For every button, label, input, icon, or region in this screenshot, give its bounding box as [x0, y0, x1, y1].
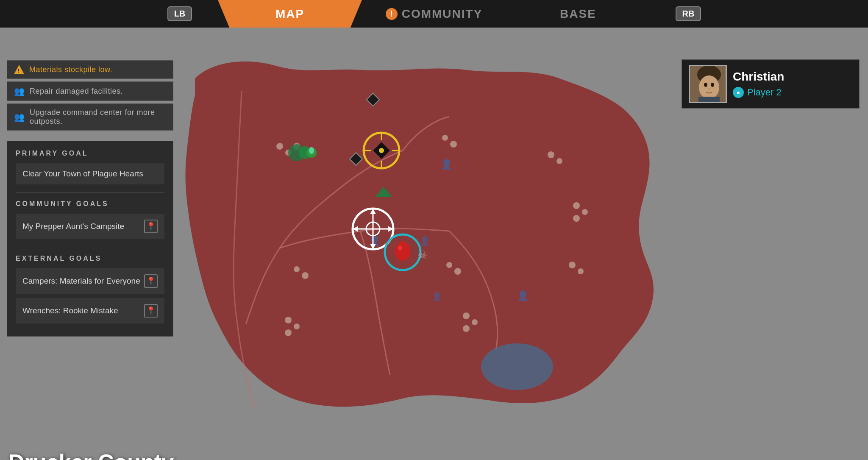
svg-text:☠: ☠ [417, 248, 427, 261]
player-name: Christian [733, 70, 784, 84]
pin-icon-2: 📍 [144, 304, 158, 318]
community-tab-label: Community [402, 7, 483, 21]
people-icon-1: 👥 [14, 86, 25, 96]
alerts-section: ! Materials stockpile low. 👥 Repair dama… [0, 55, 180, 134]
external-goal-text-1: Wrenches: Rookie Mistake [22, 306, 118, 315]
svg-point-12 [569, 262, 576, 268]
left-sidebar: ! Materials stockpile low. 👥 Repair dama… [0, 55, 180, 460]
external-goal-item-0[interactable]: Campers: Materials for Everyone 📍 [16, 268, 164, 294]
svg-point-11 [573, 215, 580, 222]
svg-point-20 [454, 268, 461, 275]
player-card: Christian ● Player 2 [682, 59, 860, 109]
primary-goal-text: Clear Your Town of Plague Hearts [22, 169, 143, 178]
player-photo [689, 65, 727, 103]
external-goal-item-1[interactable]: Wrenches: Rookie Mistake 📍 [16, 298, 164, 323]
svg-point-7 [548, 151, 554, 158]
primary-goal-section: PRIMARY GOAL Clear Your Town of Plague H… [16, 150, 164, 184]
svg-text:👤: 👤 [420, 236, 430, 246]
goals-panel: PRIMARY GOAL Clear Your Town of Plague H… [7, 141, 173, 337]
svg-point-22 [472, 319, 478, 325]
map-area: 👤 👤 👤 👤 👤 [0, 28, 868, 460]
pin-icon-0: 📍 [144, 220, 158, 233]
svg-point-32 [309, 147, 314, 154]
svg-point-5 [442, 135, 448, 141]
nav-tab-map[interactable]: Map [218, 0, 362, 28]
primary-goal-title: PRIMARY GOAL [16, 150, 164, 157]
community-alert-icon: ! [386, 8, 398, 20]
nav-tab-lb[interactable]: LB [142, 0, 218, 28]
lb-badge: LB [167, 6, 192, 21]
nav-tab-community[interactable]: ! Community [362, 0, 506, 28]
player-badge-icon: ● [733, 87, 744, 98]
svg-point-19 [446, 262, 452, 268]
svg-point-6 [450, 141, 457, 148]
svg-point-37 [379, 148, 384, 153]
nav-tab-rb[interactable]: RB [650, 0, 726, 28]
community-goal-text-0: My Prepper Aunt's Campsite [22, 222, 124, 231]
alert-materials: ! Materials stockpile low. [7, 60, 173, 79]
svg-point-21 [463, 312, 470, 319]
divider-1 [16, 192, 164, 192]
svg-point-54 [398, 246, 402, 250]
nav-tab-base[interactable]: Base [506, 0, 650, 28]
svg-point-58 [699, 75, 719, 99]
svg-point-1 [481, 343, 553, 390]
player-badge-text: Player 2 [747, 87, 782, 98]
player-badge: ● Player 2 [733, 87, 784, 98]
warning-icon: ! [14, 65, 24, 74]
svg-point-61 [708, 88, 710, 89]
alert-upgrade: 👥 Upgrade command center for more outpos… [7, 103, 173, 131]
external-goals-title: EXTERNAL GOALS [16, 255, 164, 262]
player-avatar [690, 66, 726, 102]
map-tab-label: Map [275, 7, 304, 21]
people-icon-2: 👥 [14, 112, 25, 122]
svg-point-23 [463, 325, 470, 332]
svg-point-8 [556, 158, 562, 164]
player-info: Christian ● Player 2 [733, 70, 784, 98]
svg-point-60 [711, 83, 714, 87]
svg-text:👤: 👤 [441, 159, 453, 170]
community-goals-title: COMMUNITY GOALS [16, 200, 164, 208]
svg-point-17 [294, 323, 300, 329]
top-navigation: LB Map ! Community Base RB [0, 0, 868, 28]
primary-goal-item[interactable]: Clear Your Town of Plague Hearts [16, 163, 164, 184]
community-goals-section: COMMUNITY GOALS My Prepper Aunt's Campsi… [16, 200, 164, 239]
svg-point-18 [285, 329, 292, 336]
svg-rect-62 [698, 97, 720, 103]
alert-upgrade-text: Upgrade command center for more outposts… [30, 108, 166, 126]
svg-point-15 [302, 272, 309, 279]
divider-2 [16, 247, 164, 247]
svg-point-16 [285, 317, 292, 323]
external-goals-section: EXTERNAL GOALS Campers: Materials for Ev… [16, 255, 164, 323]
pin-icon-1: 📍 [144, 274, 158, 288]
alert-repair-text: Repair damaged facilities. [30, 87, 123, 96]
svg-point-10 [582, 209, 588, 215]
svg-point-9 [573, 202, 580, 209]
base-tab-label: Base [560, 7, 596, 21]
alert-repair: 👥 Repair damaged facilities. [7, 81, 173, 101]
external-goal-text-0: Campers: Materials for Everyone [22, 276, 140, 286]
svg-text:👤: 👤 [432, 292, 442, 301]
alert-materials-text: Materials stockpile low. [29, 65, 112, 74]
svg-point-14 [294, 266, 300, 272]
svg-text:👤: 👤 [517, 290, 529, 301]
community-goal-item-0[interactable]: My Prepper Aunt's Campsite 📍 [16, 214, 164, 239]
svg-point-2 [276, 143, 283, 150]
rb-badge: RB [676, 6, 701, 21]
svg-point-13 [578, 268, 584, 274]
svg-point-59 [704, 83, 707, 87]
location-name: Drucker County [8, 449, 174, 460]
